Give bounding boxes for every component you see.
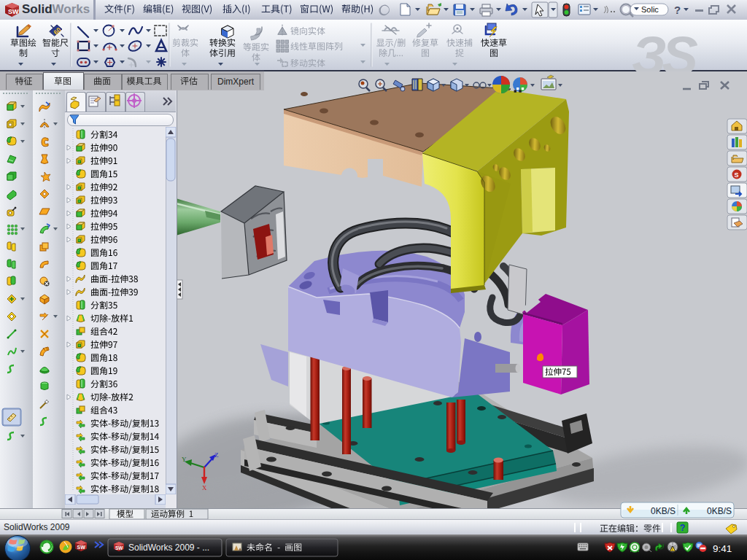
svg-text:SW: SW [77, 545, 86, 550]
svg-text:0KB/S: 0KB/S [707, 506, 732, 516]
svg-text:?: ? [674, 4, 681, 16]
svg-text:?: ? [680, 523, 685, 533]
svg-text:SW: SW [115, 545, 123, 551]
svg-text:Solic: Solic [641, 5, 659, 14]
svg-text:X: X [202, 484, 207, 491]
svg-text:Y: Y [182, 456, 187, 463]
svg-text:SolidWorks 2009 - ...: SolidWorks 2009 - ... [128, 542, 209, 553]
svg-text:S: S [735, 171, 739, 179]
svg-text:9:41: 9:41 [713, 543, 732, 554]
svg-text:0KB/S: 0KB/S [651, 506, 676, 516]
svg-text:SW: SW [8, 8, 19, 15]
svg-text:Z: Z [214, 451, 219, 459]
